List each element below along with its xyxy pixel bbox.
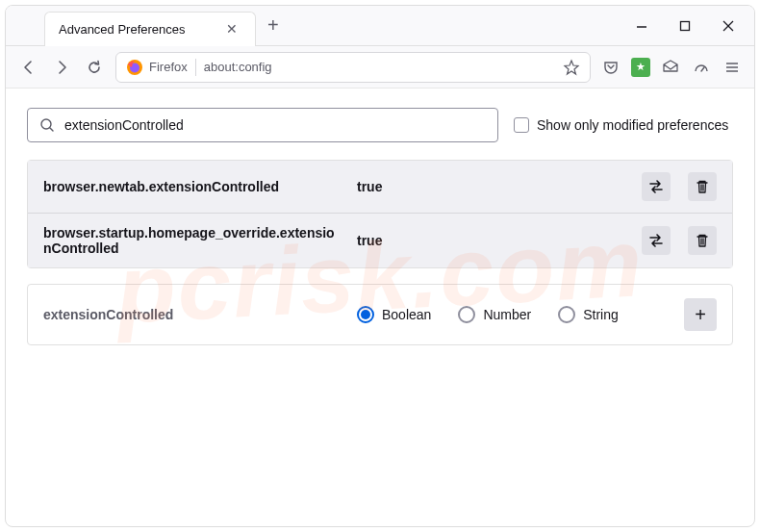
pref-name: browser.newtab.extensionControlled [43, 179, 342, 194]
show-modified-label: Show only modified preferences [537, 117, 728, 133]
type-string-radio[interactable]: String [558, 306, 619, 323]
window-controls [635, 19, 754, 33]
radio-icon [458, 306, 475, 323]
search-icon [39, 117, 55, 133]
svg-line-11 [50, 128, 53, 131]
browser-tab[interactable]: Advanced Preferences ✕ [44, 12, 256, 46]
svg-point-10 [41, 119, 51, 129]
prefs-table: browser.newtab.extensionControlled true … [27, 160, 733, 268]
inbox-icon[interactable] [660, 57, 681, 78]
extension-green-icon[interactable]: ★ [631, 58, 650, 77]
radio-label: Boolean [382, 307, 431, 322]
pocket-icon[interactable] [600, 57, 621, 78]
type-boolean-radio[interactable]: Boolean [357, 306, 431, 323]
pref-row: browser.newtab.extensionControlled true [28, 161, 732, 213]
svg-line-6 [701, 67, 704, 71]
svg-rect-1 [681, 21, 690, 30]
identity-box[interactable]: Firefox [126, 59, 196, 76]
search-box[interactable] [27, 108, 498, 142]
bookmark-star-icon[interactable] [563, 59, 580, 76]
add-pref-button[interactable]: + [684, 298, 717, 331]
type-options: Boolean Number String [357, 306, 669, 323]
show-modified-checkbox[interactable] [514, 117, 529, 133]
search-row: Show only modified preferences [27, 108, 733, 142]
close-window-icon[interactable] [722, 19, 735, 33]
pref-value: true [357, 233, 626, 248]
content-area: Show only modified preferences browser.n… [6, 89, 754, 365]
menu-icon[interactable] [722, 57, 743, 78]
pref-name: browser.startup.homepage_override.extens… [43, 225, 342, 256]
url-text: about:config [204, 60, 555, 74]
radio-icon [357, 306, 374, 323]
toggle-button[interactable] [642, 226, 671, 255]
pref-row: browser.startup.homepage_override.extens… [28, 213, 732, 267]
pref-value: true [357, 179, 626, 194]
search-input[interactable] [64, 117, 486, 133]
radio-icon [558, 306, 575, 323]
dashboard-icon[interactable] [691, 57, 712, 78]
forward-button[interactable] [50, 56, 73, 79]
pref-actions [642, 226, 717, 255]
type-number-radio[interactable]: Number [458, 306, 531, 323]
toggle-button[interactable] [642, 172, 671, 201]
show-modified-checkbox-row[interactable]: Show only modified preferences [514, 117, 728, 133]
new-pref-name: extensionControlled [43, 307, 342, 322]
minimize-icon[interactable] [635, 19, 648, 33]
firefox-logo-icon [126, 59, 143, 76]
reload-button[interactable] [83, 56, 106, 79]
new-pref-row: extensionControlled Boolean Number Strin… [27, 284, 733, 345]
close-tab-icon[interactable]: ✕ [222, 19, 241, 38]
titlebar: Advanced Preferences ✕ + [6, 6, 754, 46]
navigation-toolbar: Firefox about:config ★ [6, 46, 754, 89]
delete-button[interactable] [688, 226, 717, 255]
pref-actions [642, 172, 717, 201]
url-bar[interactable]: Firefox about:config [115, 52, 591, 83]
back-button[interactable] [17, 56, 40, 79]
radio-label: String [583, 307, 619, 322]
delete-button[interactable] [688, 172, 717, 201]
identity-label: Firefox [149, 60, 188, 74]
tab-title: Advanced Preferences [59, 22, 186, 37]
radio-label: Number [483, 307, 531, 322]
maximize-icon[interactable] [679, 20, 691, 32]
new-tab-button[interactable]: + [267, 14, 279, 37]
